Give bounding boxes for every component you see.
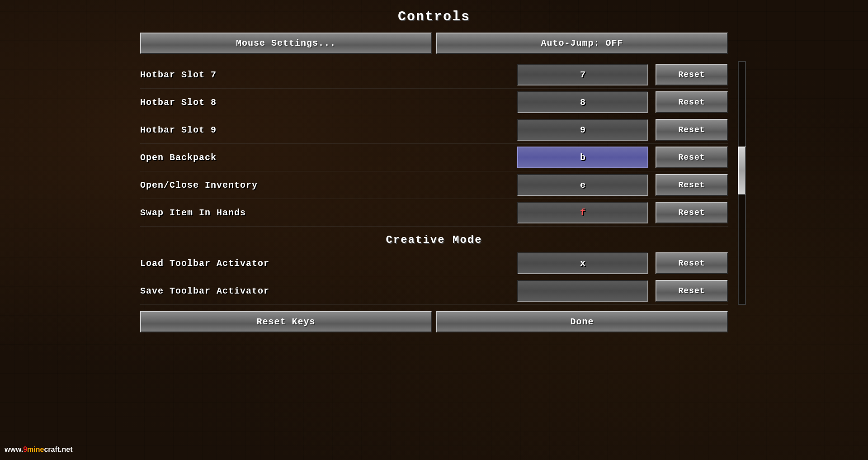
top-button-row: Mouse Settings... Auto-Jump: OFF xyxy=(140,33,728,54)
keybind-key-button[interactable]: 8 xyxy=(517,91,648,113)
reset-keybind-button[interactable]: Reset xyxy=(656,147,728,168)
keybind-row: Open/Close InventoryeReset xyxy=(140,171,728,199)
reset-keybind-button[interactable]: Reset xyxy=(656,202,728,223)
scrollbar-thumb[interactable] xyxy=(738,147,746,195)
keybind-key-button[interactable]: f xyxy=(517,202,648,223)
reset-keys-button[interactable]: Reset Keys xyxy=(140,311,432,332)
logo-www: www. xyxy=(5,446,23,453)
keybind-key-button[interactable]: b xyxy=(517,147,648,168)
reset-keybind-button[interactable]: Reset xyxy=(656,174,728,196)
keybind-row: Save Toolbar ActivatorReset xyxy=(140,277,728,305)
reset-keybind-button[interactable]: Reset xyxy=(656,119,728,141)
logo-mine: mine xyxy=(27,446,44,453)
reset-keybind-button[interactable]: Reset xyxy=(656,64,728,85)
keybind-label: Swap Item In Hands xyxy=(140,208,420,218)
creative-mode-title: Creative Mode xyxy=(140,227,728,250)
page-title: Controls xyxy=(140,9,728,24)
keybind-key-button[interactable]: x xyxy=(517,252,648,274)
keybind-label: Hotbar Slot 9 xyxy=(140,125,420,135)
keybind-row: Open BackpackbReset xyxy=(140,144,728,171)
logo-nine: 9 xyxy=(23,446,27,453)
keybind-key-button[interactable] xyxy=(517,280,648,302)
keybind-label: Open Backpack xyxy=(140,152,420,163)
reset-keybind-button[interactable]: Reset xyxy=(656,91,728,113)
keybind-row: Hotbar Slot 88Reset xyxy=(140,89,728,116)
keybind-label: Hotbar Slot 7 xyxy=(140,70,420,80)
reset-keybind-button[interactable]: Reset xyxy=(656,252,728,274)
keybind-label: Hotbar Slot 8 xyxy=(140,97,420,108)
creative-keybind-list: Load Toolbar ActivatorxResetSave Toolbar… xyxy=(140,250,728,305)
auto-jump-button[interactable]: Auto-Jump: OFF xyxy=(436,33,728,54)
keybind-list: Hotbar Slot 77ResetHotbar Slot 88ResetHo… xyxy=(140,61,728,227)
keybind-row: Load Toolbar ActivatorxReset xyxy=(140,250,728,277)
keybinds-section: Hotbar Slot 77ResetHotbar Slot 88ResetHo… xyxy=(140,61,728,305)
done-button[interactable]: Done xyxy=(436,311,728,332)
mouse-settings-button[interactable]: Mouse Settings... xyxy=(140,33,432,54)
keybind-label: Open/Close Inventory xyxy=(140,180,420,190)
logo-rest: craft.net xyxy=(44,446,72,453)
site-logo: www.9minecraft.net xyxy=(5,446,73,454)
keybind-row: Hotbar Slot 77Reset xyxy=(140,61,728,89)
keybind-key-button[interactable]: e xyxy=(517,174,648,196)
keybind-key-button[interactable]: 9 xyxy=(517,119,648,141)
keybind-label: Load Toolbar Activator xyxy=(140,258,420,269)
keybind-row: Hotbar Slot 99Reset xyxy=(140,116,728,144)
keybind-row: Swap Item In HandsfReset xyxy=(140,199,728,227)
reset-keybind-button[interactable]: Reset xyxy=(656,280,728,302)
keybind-key-button[interactable]: 7 xyxy=(517,64,648,85)
keybind-label: Save Toolbar Activator xyxy=(140,286,420,296)
bottom-button-row: Reset Keys Done xyxy=(140,305,728,341)
